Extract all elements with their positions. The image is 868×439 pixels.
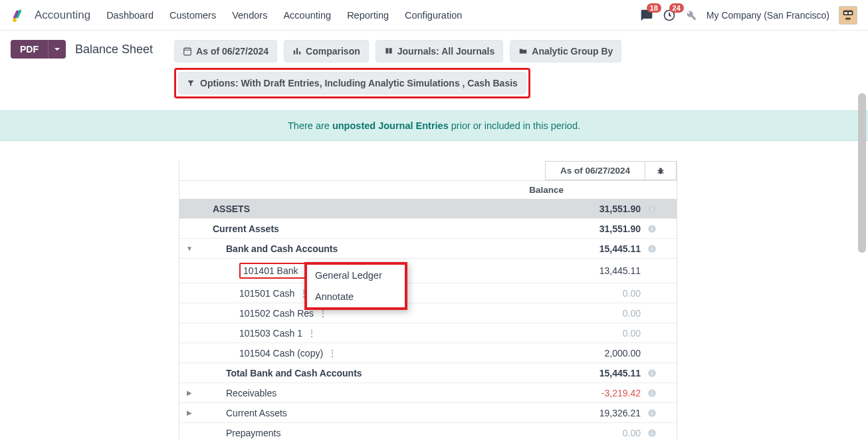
account-label[interactable]: 101401 Bank bbox=[243, 265, 298, 276]
svg-rect-30 bbox=[651, 412, 652, 414]
account-label[interactable]: 101501 Cash bbox=[239, 288, 294, 299]
report-debug-button[interactable] bbox=[645, 161, 677, 180]
nav-accounting[interactable]: Accounting bbox=[283, 10, 331, 21]
row-label-cell: 101401 Bank⋮General LedgerAnnotate bbox=[199, 263, 561, 279]
svg-rect-34 bbox=[651, 430, 652, 431]
app-name[interactable]: Accounting bbox=[35, 9, 90, 22]
scrollbar-thumb[interactable] bbox=[858, 93, 866, 253]
report-header-date[interactable]: As of 06/27/2024 bbox=[545, 161, 645, 180]
filters: As of 06/27/2024 Comparison Journals: Al… bbox=[174, 40, 621, 98]
row-label[interactable]: Prepayments bbox=[226, 428, 280, 438]
report-row: 101502 Cash Res⋮0.00 bbox=[179, 303, 677, 323]
filter-analytic-label: Analytic Group By bbox=[532, 46, 613, 57]
svg-rect-19 bbox=[651, 226, 652, 227]
row-amount: 2,000.00 bbox=[561, 348, 647, 359]
report-row: 101401 Bank⋮General LedgerAnnotate13,445… bbox=[179, 259, 677, 283]
pdf-caret-button[interactable] bbox=[48, 40, 66, 59]
report-row: 101504 Cash (copy)⋮2,000.00 bbox=[179, 343, 677, 363]
caret-right-icon[interactable]: ▶ bbox=[179, 409, 199, 416]
filter-comparison-label: Comparison bbox=[306, 46, 360, 57]
topbar-right: 18 24 My Company (San Francisco) bbox=[640, 6, 857, 25]
row-amount: 31,551.90 bbox=[561, 204, 647, 214]
row-amount: 13,445.11 bbox=[561, 265, 647, 276]
row-amount: 0.00 bbox=[561, 428, 647, 438]
row-label[interactable]: Current Assets bbox=[226, 408, 287, 418]
controls-row: PDF Balance Sheet As of 06/27/2024 Compa… bbox=[0, 31, 868, 98]
report-row: ▼Bank and Cash Accounts15,445.11 bbox=[179, 239, 677, 259]
filter-asof[interactable]: As of 06/27/2024 bbox=[174, 40, 277, 63]
alert-bold[interactable]: unposted Journal Entries bbox=[332, 120, 449, 131]
caret-right-icon[interactable]: ▶ bbox=[179, 389, 199, 396]
info-icon[interactable] bbox=[647, 224, 677, 233]
info-icon[interactable] bbox=[647, 368, 677, 378]
row-label[interactable]: Receivables bbox=[226, 388, 276, 398]
popup-item[interactable]: General Ledger bbox=[307, 265, 405, 286]
pdf-group: PDF bbox=[11, 40, 66, 59]
popup-item[interactable]: Annotate bbox=[307, 286, 405, 307]
alert-pre: There are bbox=[288, 120, 332, 131]
report-rows: ASSETS31,551.90Current Assets31,551.90▼B… bbox=[179, 199, 677, 439]
nav-reporting[interactable]: Reporting bbox=[347, 10, 389, 21]
filter-options[interactable]: Options: With Draft Entries, Including A… bbox=[178, 72, 526, 94]
report: As of 06/27/2024 Balance ASSETS31,551.90… bbox=[179, 161, 677, 439]
svg-point-13 bbox=[659, 168, 663, 174]
info-icon[interactable] bbox=[647, 244, 677, 253]
row-label[interactable]: Total Bank and Cash Accounts bbox=[226, 368, 362, 378]
nav-configuration[interactable]: Configuration bbox=[405, 10, 462, 21]
svg-rect-8 bbox=[845, 17, 850, 19]
svg-rect-16 bbox=[651, 206, 652, 207]
funnel-icon bbox=[187, 78, 196, 88]
account-popup: General LedgerAnnotate bbox=[304, 262, 407, 310]
filter-journals-label: Journals: All Journals bbox=[397, 46, 495, 57]
wrench-icon[interactable] bbox=[685, 9, 697, 21]
row-label-cell: Current Assets bbox=[199, 223, 561, 234]
account-link[interactable]: 101501 Cash⋮ bbox=[239, 288, 310, 299]
svg-point-2 bbox=[13, 18, 17, 22]
svg-rect-10 bbox=[294, 51, 295, 55]
alert-bar: There are unposted Journal Entries prior… bbox=[0, 110, 868, 141]
svg-rect-27 bbox=[651, 392, 652, 394]
avatar[interactable] bbox=[839, 6, 857, 25]
activity-icon-wrap[interactable]: 24 bbox=[663, 9, 676, 22]
logo-icon bbox=[11, 8, 25, 23]
kebab-icon[interactable]: ⋮ bbox=[305, 328, 318, 339]
account-label[interactable]: 101504 Cash (copy) bbox=[239, 348, 323, 359]
info-icon[interactable] bbox=[647, 408, 677, 418]
row-label[interactable]: Bank and Cash Accounts bbox=[226, 243, 338, 254]
filter-journals[interactable]: Journals: All Journals bbox=[376, 40, 504, 63]
filter-analytic[interactable]: Analytic Group By bbox=[510, 40, 621, 63]
account-link[interactable]: 101504 Cash (copy)⋮ bbox=[239, 348, 339, 359]
balance-column-label: Balance bbox=[179, 181, 677, 199]
row-label-cell: Total Bank and Cash Accounts bbox=[199, 368, 561, 378]
report-row: ▶Receivables-3,219.42 bbox=[179, 383, 677, 403]
calendar-icon bbox=[183, 47, 192, 56]
scrollbar[interactable] bbox=[858, 93, 866, 426]
row-label-cell: 101503 Cash 1⋮ bbox=[199, 328, 561, 339]
pdf-button[interactable]: PDF bbox=[11, 40, 48, 59]
app-logo[interactable] bbox=[11, 8, 25, 23]
report-row: 101501 Cash⋮0.00 bbox=[179, 283, 677, 303]
page-title: Balance Sheet bbox=[75, 40, 153, 57]
activity-badge: 24 bbox=[669, 3, 684, 13]
info-icon[interactable] bbox=[647, 204, 677, 214]
kebab-icon[interactable]: ⋮ bbox=[326, 348, 339, 359]
filter-comparison[interactable]: Comparison bbox=[284, 40, 369, 63]
nav-customers[interactable]: Customers bbox=[169, 10, 216, 21]
caret-down-icon[interactable]: ▼ bbox=[179, 245, 199, 252]
row-label[interactable]: Current Assets bbox=[213, 223, 279, 234]
row-label[interactable]: ASSETS bbox=[213, 204, 250, 214]
nav-dashboard[interactable]: Dashboard bbox=[106, 10, 154, 21]
nav-vendors[interactable]: Vendors bbox=[232, 10, 267, 21]
info-icon[interactable] bbox=[647, 428, 677, 438]
chat-icon-wrap[interactable]: 18 bbox=[640, 9, 653, 22]
account-label[interactable]: 101502 Cash Res bbox=[239, 308, 314, 319]
account-link[interactable]: 101503 Cash 1⋮ bbox=[239, 328, 318, 339]
svg-rect-25 bbox=[651, 370, 652, 371]
svg-rect-15 bbox=[651, 208, 652, 210]
account-label[interactable]: 101503 Cash 1 bbox=[239, 328, 302, 339]
company-selector[interactable]: My Company (San Francisco) bbox=[706, 10, 829, 21]
bug-icon bbox=[656, 166, 665, 176]
info-icon[interactable] bbox=[647, 388, 677, 398]
svg-rect-6 bbox=[844, 12, 847, 14]
bars-icon bbox=[292, 47, 302, 56]
